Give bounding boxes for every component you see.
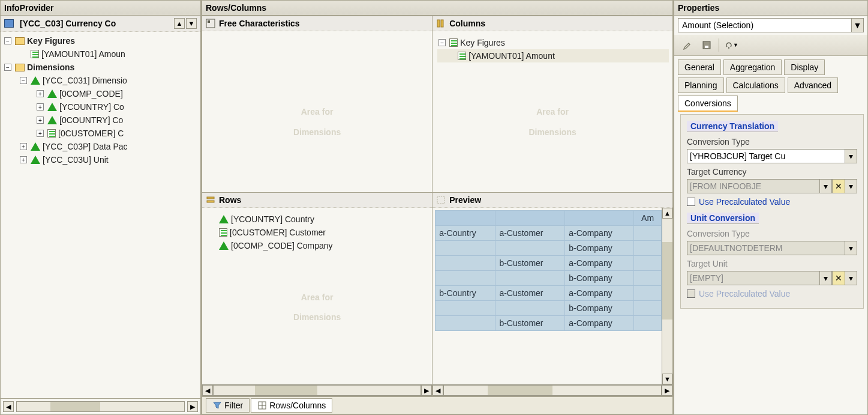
- scroll-track[interactable]: [662, 219, 672, 374]
- section-unit-conversion: Unit Conversion: [687, 213, 759, 224]
- infoprovider-tree: − Key Figures [YAMOUNT01] Amoun − Dimens…: [1, 32, 200, 398]
- sort-down-icon[interactable]: ▼: [186, 18, 197, 29]
- tree-row-dim1-child[interactable]: + [0COMP_CODE]: [3, 87, 199, 100]
- conversions-body: Currency Translation Conversion Type ▾ T…: [680, 114, 864, 309]
- tab-calculations[interactable]: Calculations: [726, 77, 785, 93]
- target-unit-input: [687, 271, 820, 285]
- expand-toggle[interactable]: +: [37, 130, 44, 137]
- svg-rect-1: [208, 20, 210, 23]
- rows-icon: [206, 195, 215, 205]
- tab-rows-columns[interactable]: Rows/Columns: [251, 398, 332, 413]
- tab-filter[interactable]: Filter: [206, 398, 250, 413]
- table-row: b-Company: [435, 301, 662, 316]
- tab-display[interactable]: Display: [784, 59, 825, 75]
- collapse-toggle[interactable]: −: [4, 37, 11, 44]
- collapse-toggle[interactable]: −: [4, 64, 11, 71]
- tab-conversions[interactable]: Conversions: [678, 95, 738, 112]
- left-scrollbar[interactable]: ◀ ▶: [1, 398, 200, 414]
- variable-icon[interactable]: ✕: [832, 179, 845, 193]
- section-currency-translation: Currency Translation: [687, 121, 778, 132]
- expand-toggle[interactable]: +: [20, 143, 27, 150]
- dropdown-icon[interactable]: ▾: [845, 149, 857, 163]
- rows-item[interactable]: [YCOUNTRY] Country: [207, 213, 428, 226]
- unit-conversion-type-label: Conversion Type: [687, 229, 857, 238]
- rows-hscroll[interactable]: ◀ ▶: [202, 384, 432, 396]
- scroll-track[interactable]: [213, 385, 421, 396]
- expand-toggle[interactable]: +: [37, 117, 44, 124]
- key-figure-icon: [458, 52, 466, 60]
- preview-vscroll[interactable]: ▲ ▼: [662, 208, 672, 384]
- scroll-right-icon[interactable]: ▶: [187, 401, 198, 412]
- dropdown-icon[interactable]: ▾: [845, 271, 857, 285]
- scroll-track[interactable]: [443, 385, 662, 396]
- save-icon[interactable]: [699, 38, 714, 52]
- row-item-label: [0COMP_CODE] Company: [231, 241, 333, 250]
- tab-aggregation[interactable]: Aggregation: [723, 59, 782, 75]
- scroll-left-icon[interactable]: ◀: [433, 385, 443, 396]
- tree-row-dimu[interactable]: + [YCC_C03U] Unit: [3, 153, 199, 166]
- infoprovider-panel: InfoProvider [YCC_C03] Currency Co ▲ ▼ −…: [0, 0, 202, 415]
- preview-col-header: Am: [634, 211, 662, 226]
- tree-row-dimp[interactable]: + [YCC_C03P] Data Pac: [3, 140, 199, 153]
- svg-rect-3: [441, 20, 443, 27]
- key-figures-icon: [449, 38, 458, 47]
- tree-row-dim1-child[interactable]: + [0CUSTOMER] C: [3, 127, 199, 140]
- infoprovider-root-row[interactable]: [YCC_C03] Currency Co ▲ ▼: [1, 16, 200, 32]
- expand-toggle[interactable]: +: [37, 103, 44, 111]
- dropdown-icon: ▾: [845, 241, 857, 255]
- scroll-up-icon[interactable]: ▲: [662, 208, 672, 219]
- scroll-left-icon[interactable]: ◀: [3, 401, 14, 412]
- tree-row-dim1-child[interactable]: + [0COUNTRY] Co: [3, 114, 199, 127]
- expand-toggle[interactable]: +: [37, 90, 44, 97]
- collapse-toggle[interactable]: −: [438, 39, 446, 46]
- tree-row-dim-folder[interactable]: − Dimensions: [3, 61, 199, 74]
- rows-item[interactable]: [0CUSTOMER] Customer: [207, 226, 428, 239]
- svg-rect-11: [705, 46, 708, 48]
- watermark-text: Area forDimensions: [293, 100, 341, 140]
- rows-item[interactable]: [0COMP_CODE] Company: [207, 239, 428, 252]
- tab-general[interactable]: General: [678, 59, 721, 75]
- target-unit-label: Target Unit: [687, 259, 857, 268]
- conversion-type-input[interactable]: [687, 149, 845, 163]
- tab-filter-label: Filter: [224, 401, 243, 410]
- child-label: [0CUSTOMER] C: [58, 129, 124, 138]
- tree-row-dim1[interactable]: − [YCC_C031] Dimensio: [3, 74, 199, 87]
- tree-row-kf-item[interactable]: [YAMOUNT01] Amoun: [3, 47, 199, 61]
- child-label: [0COMP_CODE]: [59, 89, 123, 98]
- rows-pane[interactable]: Rows [YCOUNTRY] Country [0CUSTOMER] Cust…: [202, 193, 433, 396]
- scroll-right-icon[interactable]: ▶: [421, 385, 432, 396]
- scroll-down-icon[interactable]: ▼: [662, 374, 672, 384]
- technical-name-icon[interactable]: ▼: [724, 38, 738, 52]
- use-precalculated-checkbox[interactable]: Use Precalculated Value: [687, 197, 857, 207]
- preview-table: Am a-Countrya-Customera-Company b-Compan…: [435, 210, 662, 331]
- properties-selection-input[interactable]: [678, 18, 852, 32]
- preview-hscroll[interactable]: ◀ ▶: [433, 384, 672, 396]
- free-characteristics-pane[interactable]: Free Characteristics Area forDimensions: [202, 16, 433, 193]
- tree-row-kf-folder[interactable]: − Key Figures: [3, 34, 199, 47]
- preview-pane: Preview Am a-Countrya-Customera-Company …: [433, 193, 672, 396]
- checkbox-icon[interactable]: [687, 198, 695, 206]
- columns-pane[interactable]: Columns − Key Figures [YAMOUNT01] Amount…: [433, 16, 672, 193]
- columns-item-label: [YAMOUNT01] Amount: [468, 51, 555, 61]
- edit-icon[interactable]: [680, 38, 695, 52]
- tab-advanced[interactable]: Advanced: [788, 77, 838, 93]
- columns-kf-row[interactable]: − Key Figures: [437, 36, 669, 49]
- tab-planning[interactable]: Planning: [678, 77, 724, 93]
- columns-item-row[interactable]: [YAMOUNT01] Amount: [437, 49, 669, 62]
- dropdown-icon[interactable]: ▾: [845, 179, 857, 193]
- variable-icon[interactable]: ✕: [832, 271, 845, 285]
- scroll-track[interactable]: [16, 401, 185, 412]
- dropdown-icon: ▾: [820, 271, 832, 285]
- dimension-icon: [31, 156, 40, 164]
- dropdown-icon[interactable]: ▾: [820, 179, 832, 193]
- unit-conversion-type-input: [687, 241, 845, 255]
- collapse-toggle[interactable]: −: [20, 77, 27, 84]
- scroll-right-icon[interactable]: ▶: [662, 385, 672, 396]
- scroll-left-icon[interactable]: ◀: [202, 385, 213, 396]
- expand-toggle[interactable]: +: [20, 156, 27, 163]
- tree-row-dim1-child[interactable]: + [YCOUNTRY] Co: [3, 100, 199, 114]
- sort-up-icon[interactable]: ▲: [174, 18, 185, 29]
- key-figures-label: Key Figures: [27, 36, 75, 46]
- dropdown-icon[interactable]: ▼: [852, 18, 864, 32]
- table-row: a-Countrya-Customera-Company: [435, 226, 662, 241]
